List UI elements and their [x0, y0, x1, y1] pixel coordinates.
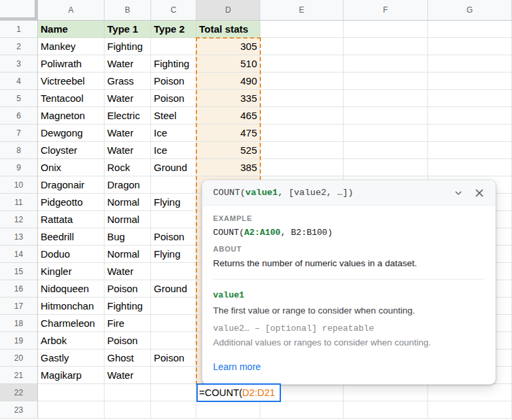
- cell-A19[interactable]: Arbok: [38, 332, 105, 349]
- cell-C12[interactable]: [151, 211, 196, 228]
- cell-C8[interactable]: Ice: [151, 142, 196, 159]
- cell-D9[interactable]: 385: [196, 159, 260, 176]
- cell-B22[interactable]: [105, 384, 151, 401]
- cell-E3[interactable]: [260, 55, 344, 73]
- row-header-19[interactable]: 19: [0, 332, 38, 349]
- row-header-11[interactable]: 11: [0, 194, 38, 211]
- cell-B11[interactable]: Normal: [105, 194, 151, 211]
- cell-G8[interactable]: [428, 142, 512, 159]
- cell-F1[interactable]: [344, 21, 428, 38]
- cell-G9[interactable]: [428, 159, 512, 176]
- cell-G1[interactable]: [428, 21, 512, 38]
- cell-C4[interactable]: Poison: [151, 73, 196, 90]
- row-header-7[interactable]: 7: [0, 124, 38, 142]
- cell-A14[interactable]: Doduo: [38, 246, 105, 263]
- cell-B9[interactable]: Rock: [105, 159, 151, 176]
- learn-more-link[interactable]: Learn more: [213, 361, 261, 373]
- cell-B21[interactable]: Water: [105, 367, 151, 384]
- cell-C5[interactable]: Poison: [151, 90, 196, 107]
- cell-B18[interactable]: Fire: [105, 315, 151, 332]
- cell-B7[interactable]: Water: [105, 124, 151, 142]
- cell-A17[interactable]: Hitmonchan: [38, 298, 105, 315]
- row-header-4[interactable]: 4: [0, 73, 38, 90]
- row-header-8[interactable]: 8: [0, 142, 38, 159]
- cell-C2[interactable]: [151, 38, 196, 55]
- cell-E4[interactable]: [260, 73, 344, 90]
- cell-A7[interactable]: Dewgong: [38, 124, 105, 142]
- cell-C7[interactable]: Ice: [151, 124, 196, 142]
- cell-F23[interactable]: [344, 401, 428, 419]
- row-header-22[interactable]: 22: [0, 384, 38, 401]
- cell-G3[interactable]: [428, 55, 512, 73]
- cell-F2[interactable]: [344, 38, 428, 55]
- formula-input[interactable]: =COUNT(D2:D21: [196, 383, 281, 402]
- cell-F3[interactable]: [344, 55, 428, 73]
- row-header-13[interactable]: 13: [0, 228, 38, 246]
- cell-B20[interactable]: Ghost: [105, 349, 151, 367]
- cell-C20[interactable]: Poison: [151, 349, 196, 367]
- corner-select-all[interactable]: [0, 0, 38, 21]
- cell-A13[interactable]: Beedrill: [38, 228, 105, 246]
- cell-A21[interactable]: Magikarp: [38, 367, 105, 384]
- row-header-9[interactable]: 9: [0, 159, 38, 176]
- cell-C16[interactable]: Ground: [151, 280, 196, 298]
- cell-C10[interactable]: [151, 176, 196, 194]
- cell-B10[interactable]: Dragon: [105, 176, 151, 194]
- cell-B6[interactable]: Electric: [105, 107, 151, 124]
- row-header-12[interactable]: 12: [0, 211, 38, 228]
- column-header-D[interactable]: D: [196, 0, 260, 21]
- cell-A15[interactable]: Kingler: [38, 263, 105, 280]
- cell-A11[interactable]: Pidgeotto: [38, 194, 105, 211]
- cell-E2[interactable]: [260, 38, 344, 55]
- cell-D6[interactable]: 465: [196, 107, 260, 124]
- cell-B17[interactable]: Fighting: [105, 298, 151, 315]
- cell-C18[interactable]: [151, 315, 196, 332]
- cell-F8[interactable]: [344, 142, 428, 159]
- cell-D5[interactable]: 335: [196, 90, 260, 107]
- row-header-2[interactable]: 2: [0, 38, 38, 55]
- row-header-16[interactable]: 16: [0, 280, 38, 298]
- cell-C14[interactable]: Flying: [151, 246, 196, 263]
- cell-B14[interactable]: Normal: [105, 246, 151, 263]
- row-header-3[interactable]: 3: [0, 55, 38, 73]
- row-header-14[interactable]: 14: [0, 246, 38, 263]
- cell-A22[interactable]: [38, 384, 105, 401]
- cell-F22[interactable]: [344, 384, 428, 401]
- cell-B2[interactable]: Fighting: [105, 38, 151, 55]
- cell-G6[interactable]: [428, 107, 512, 124]
- cell-C13[interactable]: Poison: [151, 228, 196, 246]
- cell-D8[interactable]: 525: [196, 142, 260, 159]
- cell-C15[interactable]: [151, 263, 196, 280]
- cell-B1[interactable]: Type 1: [105, 21, 151, 38]
- cell-E5[interactable]: [260, 90, 344, 107]
- cell-B8[interactable]: Water: [105, 142, 151, 159]
- cell-B23[interactable]: [105, 401, 151, 419]
- cell-D4[interactable]: 490: [196, 73, 260, 90]
- cell-C23[interactable]: [151, 401, 196, 419]
- cell-A16[interactable]: Nidoqueen: [38, 280, 105, 298]
- cell-C3[interactable]: Fighting: [151, 55, 196, 73]
- row-header-20[interactable]: 20: [0, 349, 38, 367]
- cell-B3[interactable]: Water: [105, 55, 151, 73]
- cell-F4[interactable]: [344, 73, 428, 90]
- row-header-6[interactable]: 6: [0, 107, 38, 124]
- row-header-1[interactable]: 1: [0, 21, 38, 38]
- cell-G22[interactable]: [428, 384, 512, 401]
- cell-A1[interactable]: Name: [38, 21, 105, 38]
- row-header-15[interactable]: 15: [0, 263, 38, 280]
- cell-D3[interactable]: 510: [196, 55, 260, 73]
- column-header-F[interactable]: F: [344, 0, 428, 21]
- cell-E9[interactable]: [260, 159, 344, 176]
- row-header-18[interactable]: 18: [0, 315, 38, 332]
- cell-E23[interactable]: [260, 401, 344, 419]
- cell-C19[interactable]: [151, 332, 196, 349]
- cell-A8[interactable]: Cloyster: [38, 142, 105, 159]
- row-header-5[interactable]: 5: [0, 90, 38, 107]
- cell-B13[interactable]: Bug: [105, 228, 151, 246]
- column-header-C[interactable]: C: [151, 0, 196, 21]
- cell-B5[interactable]: Water: [105, 90, 151, 107]
- cell-E8[interactable]: [260, 142, 344, 159]
- cell-C21[interactable]: [151, 367, 196, 384]
- cell-C22[interactable]: [151, 384, 196, 401]
- cell-B16[interactable]: Poison: [105, 280, 151, 298]
